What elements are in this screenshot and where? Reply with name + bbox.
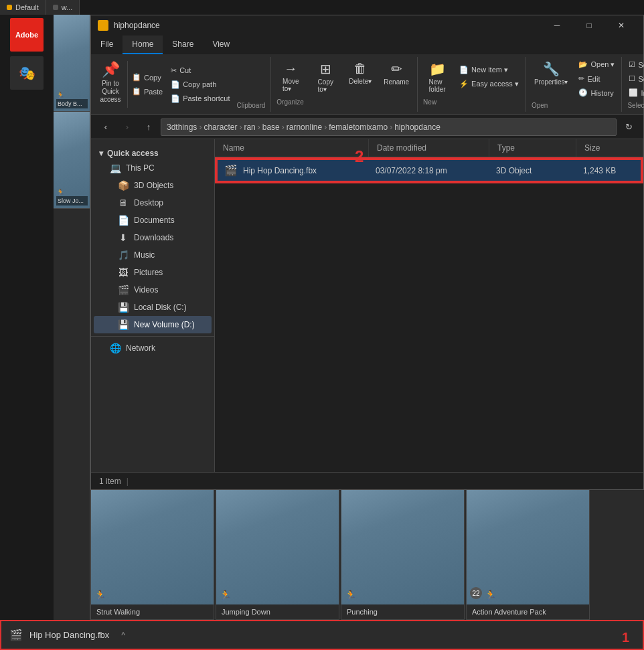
refresh-button[interactable]: ↻ (619, 118, 638, 136)
copy-path-button[interactable]: 📄 Copy path (167, 78, 234, 91)
close-button[interactable]: ✕ (606, 15, 637, 35)
rename-button[interactable]: ✏ Rename (378, 58, 414, 96)
local-disk-icon: 💾 (118, 302, 129, 313)
paste-button[interactable]: 📋 Paste (128, 85, 167, 98)
invert-selection-button[interactable]: ⬜ Invert selection (625, 86, 644, 99)
tab-share[interactable]: Share (163, 35, 203, 54)
taskbar-tab-default[interactable]: Default (0, 0, 46, 15)
thumb-run-3: 🏃 (345, 590, 356, 600)
history-button[interactable]: 🕐 History (574, 86, 619, 99)
sidebar-item-downloads[interactable]: ⬇ Downloads (94, 229, 212, 246)
sidebar-item-this-pc[interactable]: 💻 This PC (94, 159, 212, 177)
tab-file[interactable]: File (91, 35, 123, 54)
paste-shortcut-button[interactable]: 📄 Paste shortcut (167, 92, 234, 105)
download-bar: 🎬 Hip Hop Dancing.fbx ^ 1 (0, 620, 644, 650)
address-path[interactable]: 3dthings › character › ran › base › rarn… (161, 118, 617, 136)
quick-access-text: Quick access (107, 149, 159, 158)
new-item-button[interactable]: 📄 New item ▾ (455, 64, 523, 76)
thumb-run-2: 🏃 (220, 590, 231, 600)
cut-button[interactable]: ✂ Cut (167, 64, 234, 77)
easy-access-label: Easy access ▾ (471, 80, 519, 88)
sidebar-item-network[interactable]: 🌐 Network (94, 339, 212, 357)
copy-to-label: Copyto▾ (318, 78, 333, 93)
col-header-name[interactable]: Name (215, 139, 369, 157)
copy-button[interactable]: 📋 Copy (128, 71, 167, 84)
side-thumb-1: 🏃 Body B... (54, 15, 90, 112)
select-group: ☑ Select all ☐ Select none ⬜ Invert sele… (622, 57, 644, 112)
col-header-type[interactable]: Type (489, 139, 576, 157)
pin-to-quick-access-button[interactable]: 📌 Pin to Quickaccess (94, 58, 127, 110)
paste-shortcut-icon: 📄 (171, 94, 180, 103)
tab-home[interactable]: Home (123, 35, 163, 54)
documents-label: Documents (134, 216, 175, 225)
open-label: Open ▾ (590, 60, 615, 69)
videos-icon: 🎬 (118, 285, 129, 295)
clipboard-group: 📌 Pin to Quickaccess 📋 Copy 📋 Paste (91, 57, 271, 112)
3d-objects-label: 3D Objects (134, 181, 173, 190)
delete-button[interactable]: 🗑 Delete▾ (343, 58, 377, 96)
history-label: History (590, 89, 613, 97)
path-part-1: character (204, 123, 237, 132)
organize-label: Organize (274, 97, 307, 107)
move-to-button[interactable]: → Moveto▾ (274, 58, 307, 96)
properties-button[interactable]: 🔧 Properties▾ (529, 58, 574, 99)
rename-icon: ✏ (391, 61, 402, 77)
open-small-col: 📂 Open ▾ ✏ Edit 🕐 History (574, 58, 619, 99)
new-folder-button[interactable]: 📁 Newfolder (420, 58, 454, 96)
path-sep-4: › (322, 123, 329, 132)
forward-button[interactable]: › (118, 118, 137, 136)
copy-path-icon: 📄 (171, 80, 180, 89)
col-header-size[interactable]: Size (576, 139, 643, 157)
up-button[interactable]: ↑ (139, 118, 158, 136)
pictures-label: Pictures (134, 268, 163, 277)
thumb-action-label: Action Adventure Pack (467, 604, 589, 619)
thumb-punch-label: Punching (341, 604, 464, 619)
sidebar-item-music[interactable]: 🎵 Music (94, 246, 212, 264)
sidebar-item-desktop[interactable]: 🖥 Desktop (94, 194, 212, 212)
copy-to-button[interactable]: ⊞ Copyto▾ (309, 58, 342, 96)
sidebar-item-local-disk[interactable]: 💾 Local Disk (C:) (94, 299, 212, 316)
adobe-app-icon[interactable]: 🎭 (10, 56, 44, 90)
copy-label: Copy (144, 74, 161, 82)
clipboard-small-btns-2: ✂ Cut 📄 Copy path 📄 Paste shortcut (167, 58, 234, 110)
file-row-hip-hop[interactable]: 🎬 Hip Hop Dancing.fbx 03/07/2022 8:18 pm… (215, 157, 643, 183)
maximize-button[interactable]: □ (574, 15, 605, 35)
organize-top-row: → Moveto▾ ⊞ Copyto▾ 🗑 Delete▾ ✏ (274, 58, 414, 96)
tab-view[interactable]: View (203, 35, 239, 54)
back-button[interactable]: ‹ (96, 118, 115, 136)
edit-button[interactable]: ✏ Edit (574, 72, 619, 85)
sidebar-item-pictures[interactable]: 🖼 Pictures (94, 264, 212, 281)
path-part-5: femaletomixamo (329, 123, 388, 132)
sidebar-item-documents[interactable]: 📄 Documents (94, 212, 212, 229)
side-thumb-2-label: Slow Jo... (56, 196, 88, 206)
easy-access-button[interactable]: ⚡ Easy access ▾ (455, 78, 523, 90)
delete-label: Delete▾ (349, 78, 372, 85)
clipboard-small-btns: 📋 Copy 📋 Paste (128, 58, 167, 110)
3d-objects-icon: 📦 (118, 180, 129, 191)
download-expand-button[interactable]: ^ (121, 631, 125, 640)
title-bar-icon (98, 20, 108, 31)
col-header-date[interactable]: Date modified (369, 139, 489, 157)
minimize-button[interactable]: ─ (542, 15, 572, 35)
select-all-button[interactable]: ☑ Select all (625, 58, 644, 71)
sidebar-item-3d-objects[interactable]: 📦 3D Objects (94, 177, 212, 194)
taskbar-tab-2[interactable]: w... (46, 0, 80, 15)
edit-icon: ✏ (578, 74, 584, 83)
file-name: Hip Hop Dancing.fbx (243, 166, 317, 175)
item-count: 1 item (99, 477, 121, 486)
quick-access-arrow: ▾ (99, 149, 103, 158)
music-icon: 🎵 (118, 250, 129, 260)
delete-icon: 🗑 (353, 61, 367, 76)
paste-label: Paste (144, 88, 163, 96)
open-button[interactable]: 📂 Open ▾ (574, 58, 619, 71)
copy-icon: 📋 (132, 73, 141, 82)
sidebar-item-videos[interactable]: 🎬 Videos (94, 281, 212, 299)
select-all-label: Select all (638, 61, 644, 69)
select-none-button[interactable]: ☐ Select none (625, 72, 644, 85)
window-controls: ─ □ ✕ (542, 15, 637, 35)
open-group-label: Open (529, 100, 550, 110)
adobe-app-glyph: 🎭 (19, 65, 35, 81)
properties-label: Properties▾ (534, 78, 568, 86)
thumb-strut-label: Strut Walking (91, 604, 214, 619)
sidebar-item-new-volume[interactable]: 💾 New Volume (D:) (94, 316, 212, 333)
